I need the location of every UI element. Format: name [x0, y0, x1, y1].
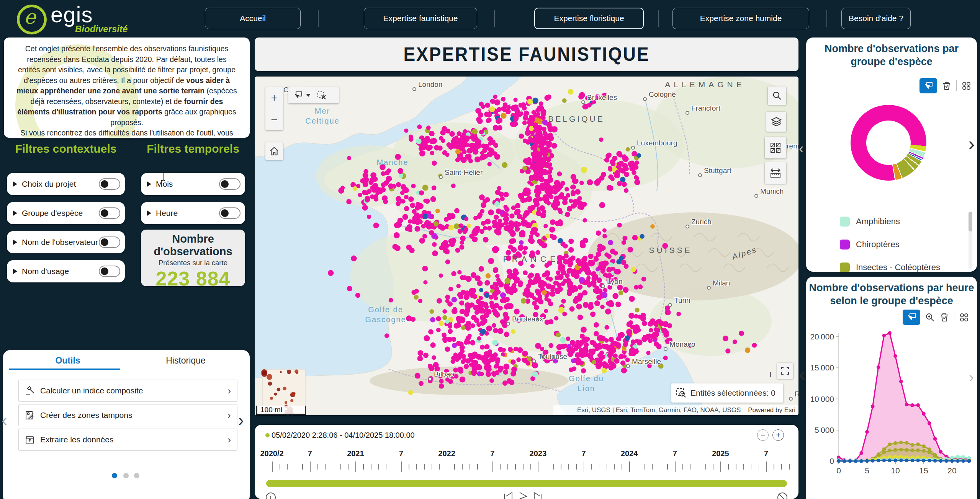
timeline-tick [705, 464, 706, 470]
tool-item-créer-des-zones-tampons[interactable]: Créer des zones tampons› [18, 404, 237, 426]
svg-text:London: London [418, 80, 442, 88]
filter-toggle[interactable] [219, 207, 241, 219]
svg-text:Turin: Turin [674, 296, 690, 304]
clear-selection-button[interactable] [317, 91, 327, 100]
filter-toggle[interactable] [99, 266, 120, 277]
svg-text:Bordeaux: Bordeaux [512, 315, 543, 323]
filter-choix-du-projet[interactable]: Choix du projet [7, 173, 125, 195]
map-kebab-menu[interactable]: ⋮ [795, 364, 798, 375]
timeline-tick [348, 464, 349, 470]
donut-actions-menu-button[interactable] [961, 81, 971, 91]
zoom-in-button[interactable]: + [265, 87, 283, 109]
hourly-clear-selection-button[interactable] [939, 312, 949, 322]
tool-item-extraire-les-données[interactable]: Extraire les données› [18, 429, 237, 451]
timeline-zoom-out-button[interactable]: − [757, 429, 769, 441]
hourly-zoom-button[interactable] [925, 312, 935, 322]
timeline-tick [424, 464, 425, 470]
right-carousel-2-next[interactable]: › [969, 370, 974, 385]
toggle-knob [101, 180, 108, 188]
timeline-tick [378, 464, 379, 470]
nav-besoin-d-aide-[interactable]: Besoin d'aide ? [841, 8, 911, 29]
nav-expertise-floristique[interactable]: Expertise floristique [534, 8, 644, 29]
timeline-widget: 05/02/2020 2:28:06 - 04/10/2025 18:00:00… [255, 425, 798, 499]
hourly-line-chart[interactable]: 05 00010 00015 00020 00005101520 [806, 330, 977, 499]
timeline-tick [690, 464, 691, 470]
map-view[interactable]: MerCeltiqueMancheGolfe deGascogneGolfe d… [255, 77, 798, 415]
selection-mode-dropdown[interactable] [306, 94, 311, 97]
timeline-tick [682, 464, 683, 470]
attribution-powered: Powered by Esri [748, 406, 795, 414]
brand-subtitle: Biodiversité [75, 24, 128, 34]
hourly-select-tool-button[interactable] [903, 310, 920, 325]
timeline-tick [629, 461, 630, 472]
search-button[interactable] [768, 86, 786, 105]
filter-label: Groupe d'espèce [22, 209, 99, 218]
timeline-tick-label: 7 [399, 449, 403, 458]
home-button[interactable] [265, 142, 283, 160]
right-carousel-2-prev[interactable]: ‹ [799, 367, 805, 382]
timeline-tick-label: 7 [764, 449, 768, 458]
timeline-tick [637, 464, 638, 470]
nav-accueil[interactable]: Accueil [205, 8, 301, 29]
legend-item-chiroptères[interactable]: Chiroptères [840, 240, 900, 250]
measure-button[interactable] [765, 162, 786, 184]
filter-toggle[interactable] [219, 178, 241, 190]
zoom-in-icon [925, 312, 935, 322]
timeline-tick [591, 464, 592, 470]
timeline-tick [538, 461, 539, 472]
expand-triangle-icon [147, 181, 151, 187]
filter-nom-d-usage[interactable]: Nom d'usage [7, 260, 125, 282]
selected-entities-badge: Entités sélectionnées: 0 [671, 383, 783, 403]
carousel-dot-0[interactable] [112, 473, 117, 478]
legend-item-insectes-coléoptères[interactable]: Insectes - Coléoptères [840, 263, 940, 272]
timeline-zoom-in-button[interactable]: + [772, 429, 784, 441]
legend-item-amphibiens[interactable]: Amphibiens [840, 217, 900, 227]
filter-heure[interactable]: Heure [141, 202, 245, 224]
timeline-tick [515, 464, 516, 470]
chevron-right-icon: › [227, 409, 231, 421]
filter-toggle[interactable] [99, 207, 120, 219]
select-by-rectangle-button[interactable] [293, 91, 303, 100]
layers-button[interactable] [766, 112, 786, 132]
carousel-dot-2[interactable] [134, 473, 139, 478]
nav-expertise-zone-humide[interactable]: Expertise zone humide [672, 8, 809, 29]
timeline-tick [614, 464, 615, 470]
timeline-tick [287, 464, 288, 470]
brand-name: egis [51, 2, 93, 27]
filter-toggle[interactable] [99, 236, 120, 248]
svg-text:Manche: Manche [376, 158, 408, 166]
donut-clear-selection-button[interactable] [942, 81, 952, 91]
tab-outils[interactable]: Outils [6, 355, 129, 366]
legend-scrollbar-thumb[interactable] [969, 212, 972, 232]
svg-text:10 000: 10 000 [810, 395, 834, 403]
map-attribution: Esri, USGS | Esri, TomTom, Garmin, FAO, … [553, 405, 798, 415]
donut-chart-title: Nombre d'observations par groupe d'espèc… [806, 42, 977, 68]
filter-mois[interactable]: Mois [141, 173, 245, 195]
carousel-dot-1[interactable] [123, 473, 129, 478]
timeline-tick [272, 461, 273, 472]
timeline-range-slider[interactable] [266, 480, 787, 487]
observation-count-title: Nombre d'observations [141, 233, 245, 258]
fullscreen-button[interactable] [777, 363, 793, 379]
hourly-chart-title: Nombre d'observations par heure selon le… [806, 281, 977, 307]
timeline-tick-label: 2021 [347, 449, 364, 458]
filter-nom-de-l-observateur[interactable]: Nom de l'observateur [7, 231, 125, 253]
donut-select-tool-button[interactable] [919, 78, 937, 93]
tool-item-calculer-un-indice-composite[interactable]: Calculer un indice composite› [18, 380, 237, 402]
hourly-actions-menu-button[interactable] [959, 312, 969, 322]
filter-toggle[interactable] [99, 178, 120, 190]
nav-expertise-faunistique[interactable]: Expertise faunistique [364, 8, 477, 29]
svg-text:Mer: Mer [315, 107, 330, 115]
timeline-tick-label: 7 [308, 449, 312, 458]
timeline-tick [743, 464, 744, 470]
tools-carousel-next[interactable]: › [238, 413, 244, 428]
tab-historique[interactable]: Historique [124, 355, 247, 366]
zoom-out-button[interactable]: − [265, 109, 283, 130]
basemap-button[interactable] [765, 137, 786, 158]
intro-run: Si vous rencontrez des difficultés dans … [20, 129, 233, 138]
filter-groupe-d-esp-ce[interactable]: Groupe d'espèce [7, 202, 125, 224]
selected-entities-icon [676, 388, 687, 398]
tools-carousel-prev[interactable]: ‹ [2, 413, 7, 428]
extract-data-icon [25, 435, 35, 445]
right-carousel-1-next[interactable]: › [968, 136, 975, 152]
